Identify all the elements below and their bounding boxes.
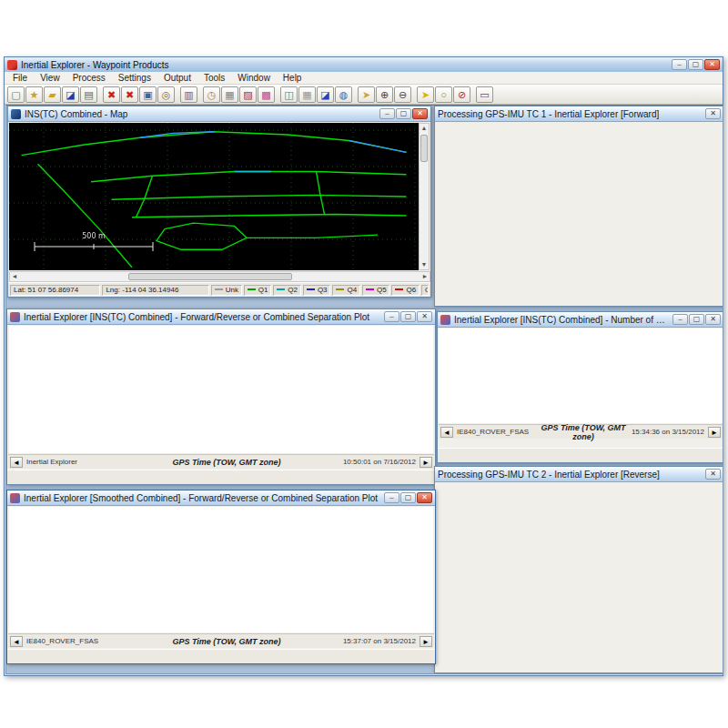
next-page-icon[interactable]: ► (420, 457, 432, 468)
map-close-button[interactable]: ✕ (412, 108, 428, 119)
tc2-close-button[interactable]: ✕ (705, 469, 721, 480)
idea-bulb-icon[interactable]: ○ (435, 86, 452, 103)
sep2-xaxis-title: GPS Time (TOW, GMT zone) (134, 637, 319, 646)
quality-q5-toggle[interactable]: Q5 (362, 285, 390, 296)
smoothed-plot-canvas[interactable] (9, 507, 433, 632)
menu-settings[interactable]: Settings (112, 73, 157, 83)
epoch-list-icon[interactable]: ▨ (239, 86, 257, 103)
menu-output[interactable]: Output (157, 73, 197, 83)
tc1-titlebar[interactable]: Processing GPS-IMU TC 1 - Inertial Explo… (435, 106, 723, 122)
export-wizard-icon[interactable]: ▥ (180, 86, 197, 103)
sep1-minimize-button[interactable]: – (384, 311, 399, 322)
menu-process[interactable]: Process (66, 73, 112, 83)
menu-view[interactable]: View (34, 73, 66, 83)
menu-tools[interactable]: Tools (197, 73, 231, 83)
satellite-lock-icon[interactable]: ▦ (221, 86, 238, 103)
quality-q6-toggle[interactable]: Q6 (391, 285, 420, 296)
process-imu-icon[interactable]: ✖ (121, 86, 138, 103)
map-minimize-button[interactable]: – (379, 108, 395, 119)
app-titlebar[interactable]: Inertial Explorer - Waypoint Products – … (5, 57, 723, 72)
sep1-footer: ◄ Inertial Explorer GPS Time (TOW, GMT z… (8, 454, 434, 469)
scroll-right-icon[interactable]: ► (420, 272, 430, 281)
sep2-footer: ◄ IE840_ROVER_FSAS GPS Time (TOW, GMT zo… (8, 633, 434, 648)
save-all-icon[interactable]: ◪ (317, 86, 334, 103)
next-page-icon[interactable]: ► (420, 636, 432, 647)
sep2-close-button[interactable]: ✕ (417, 492, 432, 503)
clock-icon[interactable]: ◷ (203, 86, 220, 103)
quality-q4-toggle-color-swatch (336, 288, 344, 290)
plot-results-icon[interactable]: ▩ (258, 86, 275, 103)
mdi-workspace: INS(TC) Combined - Map – ▢ ✕ ▲ ▼ ◄ ► (5, 105, 723, 674)
quality-q3-toggle-color-swatch (307, 288, 315, 290)
new-file-icon[interactable]: ▢ (7, 86, 25, 103)
stop-processing-icon[interactable]: ⊘ (453, 86, 470, 103)
app-icon (7, 60, 17, 70)
quality-q2-toggle[interactable]: Q2 (273, 285, 301, 296)
sat-minimize-button[interactable]: – (672, 314, 688, 325)
image-icon[interactable]: ◫ (280, 86, 298, 103)
sep1-title: Inertial Explorer [INS(TC) Combined] - F… (24, 312, 380, 322)
map-horizontal-scrollbar[interactable]: ◄ ► (9, 271, 430, 282)
tc2-titlebar[interactable]: Processing GPS-IMU TC 2 - Inertial Explo… (435, 467, 723, 482)
process-gnss-icon[interactable]: ✖ (103, 86, 120, 103)
sat-footer: ◄ IE840_ROVER_FSAS GPS Time (TOW, GMT zo… (439, 424, 723, 439)
grid-icon[interactable]: ▦ (298, 86, 316, 103)
tc1-title: Processing GPS-IMU TC 1 - Inertial Explo… (438, 109, 702, 119)
sep1-window-icon (10, 312, 20, 322)
app-maximize-button[interactable]: ▢ (688, 59, 703, 70)
menu-file[interactable]: File (6, 73, 34, 83)
quality-q1-toggle[interactable]: Q1 (244, 285, 272, 296)
map-units-mode: GEO, DMS/m (421, 285, 429, 296)
satellites-plot-window: Inertial Explorer [INS(TC) Combined] - N… (437, 311, 723, 463)
pointer-icon[interactable]: ➤ (358, 86, 375, 103)
save-icon[interactable]: ◪ (62, 86, 79, 103)
map-canvas[interactable] (9, 123, 419, 270)
quality-q3-toggle[interactable]: Q3 (303, 285, 331, 296)
sep2-maximize-button[interactable]: ▢ (400, 492, 416, 503)
app-close-button[interactable]: ✕ (704, 59, 720, 70)
select-tool-icon[interactable]: ➤ (417, 86, 434, 103)
zoom-in-icon[interactable]: ⊕ (376, 86, 393, 103)
app-minimize-button[interactable]: – (672, 59, 687, 70)
scroll-down-icon[interactable]: ▼ (420, 260, 429, 269)
sep2-minimize-button[interactable]: – (384, 492, 399, 503)
quality-q4-toggle[interactable]: Q4 (332, 285, 360, 296)
window-view-icon[interactable]: ▭ (476, 86, 493, 103)
map-window-titlebar[interactable]: INS(TC) Combined - Map – ▢ ✕ (8, 106, 430, 122)
scroll-left-icon[interactable]: ◄ (10, 272, 19, 281)
map-vertical-scrollbar[interactable]: ▲ ▼ (419, 123, 430, 270)
zoom-out-icon[interactable]: ⊖ (394, 86, 411, 103)
sat-xaxis-title: GPS Time (TOW, GMT zone) (539, 423, 628, 441)
quality-unknown-toggle[interactable]: Unk (211, 285, 242, 296)
prev-page-icon[interactable]: ◄ (440, 427, 453, 438)
next-page-icon[interactable]: ► (708, 427, 721, 438)
sat-status-bar (438, 448, 723, 462)
sat-maximize-button[interactable]: ▢ (689, 314, 704, 325)
new-project-icon[interactable]: ★ (25, 86, 43, 103)
globe-icon[interactable]: ◍ (335, 86, 352, 103)
process-monitor-icon[interactable]: ▣ (139, 86, 157, 103)
sep2-title: Inertial Explorer [Smoothed Combined] - … (24, 493, 380, 503)
sep1-close-button[interactable]: ✕ (417, 311, 432, 322)
sep1-maximize-button[interactable]: ▢ (400, 311, 416, 322)
sat-close-button[interactable]: ✕ (705, 314, 721, 325)
prev-page-icon[interactable]: ◄ (10, 636, 23, 647)
sep2-status-bar (7, 649, 435, 663)
scroll-up-icon[interactable]: ▲ (420, 124, 429, 133)
search-document-icon[interactable]: ◎ (157, 86, 175, 103)
prev-page-icon[interactable]: ◄ (10, 457, 23, 468)
separation-plot-canvas[interactable] (9, 326, 433, 453)
tc1-close-button[interactable]: ✕ (705, 108, 721, 119)
sat-window-icon (440, 315, 450, 325)
sat-titlebar[interactable]: Inertial Explorer [INS(TC) Combined] - N… (438, 312, 723, 328)
tc1-window: Processing GPS-IMU TC 1 - Inertial Explo… (434, 106, 723, 307)
open-folder-icon[interactable]: ▰ (44, 86, 61, 103)
menu-help[interactable]: Help (277, 73, 308, 83)
sep2-titlebar[interactable]: Inertial Explorer [Smoothed Combined] - … (7, 490, 435, 506)
satellites-plot-canvas[interactable] (439, 329, 723, 423)
map-maximize-button[interactable]: ▢ (396, 108, 411, 119)
print-icon[interactable]: ▤ (80, 86, 97, 103)
quality-unknown-toggle-color-swatch (215, 288, 223, 290)
sep1-titlebar[interactable]: Inertial Explorer [INS(TC) Combined] - F… (7, 309, 435, 325)
menu-window[interactable]: Window (231, 73, 277, 83)
